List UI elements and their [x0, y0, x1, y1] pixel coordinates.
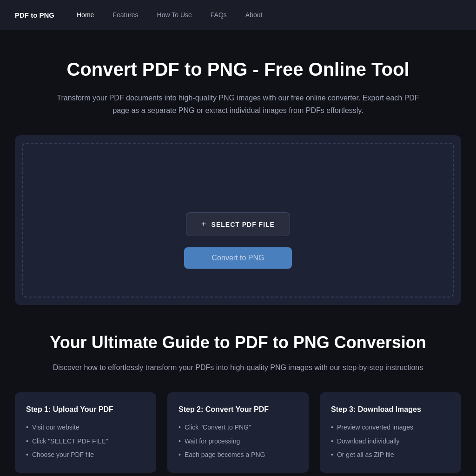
main-content: Convert PDF to PNG - Free Online Tool Tr…: [0, 30, 476, 476]
nav-link-how-to-use[interactable]: How To Use: [150, 7, 199, 22]
step-2-item-3: Each page becomes a PNG: [178, 450, 298, 460]
navbar: PDF to PNG Home Features How To Use FAQs…: [0, 0, 476, 30]
step-1-title: Step 1: Upload Your PDF: [26, 405, 145, 414]
step-card-3: Step 3: Download Images Preview converte…: [320, 392, 461, 473]
step-1-item-3: Choose your PDF file: [26, 450, 145, 460]
guide-subtitle: Discover how to effortlessly transform y…: [15, 362, 461, 374]
upload-dropzone[interactable]: PDF 📄 + SELECT PDF FILE Convert to PNG: [22, 143, 454, 298]
select-pdf-button[interactable]: + SELECT PDF FILE: [186, 212, 290, 236]
select-pdf-label: SELECT PDF FILE: [212, 221, 275, 228]
step-2-title: Step 2: Convert Your PDF: [178, 405, 298, 414]
brand-logo[interactable]: PDF to PNG: [15, 11, 54, 19]
nav-links: Home Features How To Use FAQs About: [69, 7, 270, 22]
step-2-item-2: Wait for processing: [178, 437, 298, 446]
hero-subtitle: Transform your PDF documents into high-q…: [52, 92, 424, 117]
guide-title: Your Ultimate Guide to PDF to PNG Conver…: [15, 333, 461, 352]
step-3-title: Step 3: Download Images: [331, 405, 450, 414]
nav-link-features[interactable]: Features: [105, 7, 145, 22]
step-1-item-1: Visit our website: [26, 423, 145, 432]
step-3-item-2: Download individually: [331, 437, 450, 446]
convert-button[interactable]: Convert to PNG: [184, 247, 292, 269]
step-card-2: Step 2: Convert Your PDF Click "Convert …: [167, 392, 309, 473]
step-3-list: Preview converted images Download indivi…: [331, 423, 450, 460]
step-2-item-1: Click "Convert to PNG": [178, 423, 298, 432]
convert-label: Convert to PNG: [212, 254, 264, 262]
steps-grid: Step 1: Upload Your PDF Visit our websit…: [15, 392, 461, 473]
step-1-item-2: Click "SELECT PDF FILE": [26, 437, 145, 446]
nav-link-home[interactable]: Home: [69, 7, 101, 22]
upload-container: PDF 📄 + SELECT PDF FILE Convert to PNG: [15, 135, 461, 305]
step-3-item-3: Or get all as ZIP file: [331, 450, 450, 460]
pdf-file-icon: PDF: [223, 172, 253, 201]
plus-icon: +: [201, 219, 207, 229]
step-3-item-1: Preview converted images: [331, 423, 450, 432]
nav-link-about[interactable]: About: [238, 7, 270, 22]
step-card-1: Step 1: Upload Your PDF Visit our websit…: [15, 392, 156, 473]
nav-link-faqs[interactable]: FAQs: [203, 7, 234, 22]
hero-title: Convert PDF to PNG - Free Online Tool: [15, 58, 461, 80]
step-1-list: Visit our website Click "SELECT PDF FILE…: [26, 423, 145, 460]
step-2-list: Click "Convert to PNG" Wait for processi…: [178, 423, 298, 460]
